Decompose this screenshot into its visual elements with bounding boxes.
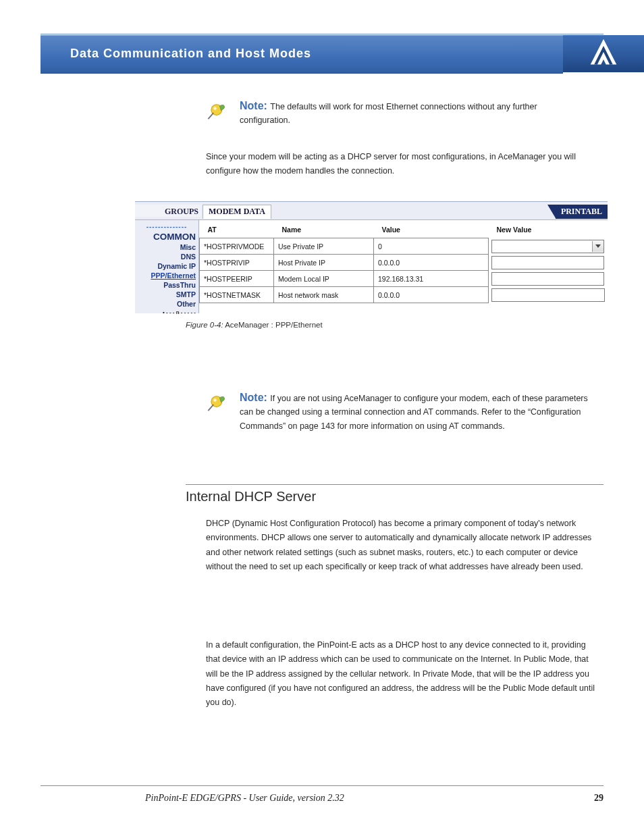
sidebar-item-other[interactable]: Other <box>135 300 198 309</box>
sidebar-item-dns[interactable]: DNS <box>135 253 198 262</box>
figure-label: Figure 0-4: <box>186 321 223 329</box>
new-value-input[interactable] <box>491 288 605 302</box>
table-row: *HOSTNETMASK Host network mask 0.0.0.0 <box>200 287 608 303</box>
col-name: Name <box>274 220 374 238</box>
pushpin-icon <box>206 392 230 416</box>
header-logo-cell <box>563 35 644 72</box>
cell-name: Host network mask <box>274 287 374 303</box>
groups-tab[interactable]: GROUPS <box>165 207 198 216</box>
table-row: *HOSTPEERIP Modem Local IP 192.168.13.31 <box>200 271 608 287</box>
sidebar-item-common[interactable]: COMMON <box>135 232 198 243</box>
sidebar-dash: -------------- <box>136 223 197 230</box>
scr-table: AT Name Value New Value *HOSTPRIVMODE Us… <box>199 220 608 303</box>
scr-tabs: GROUPS MODEM DATA PRINTABL <box>135 205 608 219</box>
header-title: Data Communication and Host Modes <box>41 36 563 61</box>
printable-tab[interactable]: PRINTABL <box>556 205 608 219</box>
sidebar-item-smtp[interactable]: SMTP <box>135 290 198 300</box>
table-row: *HOSTPRIVMODE Use Private IP 0 <box>200 238 608 255</box>
note-1-label: Note: <box>240 100 267 111</box>
header-left: Data Communication and Host Modes <box>41 35 563 74</box>
svg-line-4 <box>208 405 213 411</box>
svg-point-2 <box>213 107 217 110</box>
airlink-logo-icon <box>588 37 619 71</box>
modem-data-tab[interactable]: MODEM DATA <box>203 205 271 219</box>
scr-groups-cell: GROUPS <box>135 205 201 217</box>
cell-at: *HOSTPRIVMODE <box>200 238 274 255</box>
figure-text: AceManager : PPP/Ethernet <box>225 321 322 329</box>
note-2-text: If you are not using AceManager to confi… <box>240 394 588 431</box>
section-rule <box>186 484 603 485</box>
cell-value: 0.0.0.0 <box>374 255 489 271</box>
cell-name: Use Private IP <box>274 238 374 255</box>
cell-name: Host Private IP <box>274 255 374 271</box>
note-1-text: The defaults will work for most Ethernet… <box>240 102 537 125</box>
cell-at: *HOSTNETMASK <box>200 287 274 303</box>
para-1: Since your modem will be acting as a DHC… <box>206 150 595 179</box>
note-2: Note: If you are not using AceManager to… <box>206 392 597 433</box>
new-value-input[interactable] <box>491 256 604 269</box>
sidebar-item-passthru[interactable]: PassThru <box>135 281 198 290</box>
sidebar-item-misc[interactable]: Misc <box>135 243 198 253</box>
para-2: DHCP (Dynamic Host Configuration Protoco… <box>206 517 595 574</box>
cell-name: Modem Local IP <box>274 271 374 287</box>
note-1: Note: The defaults will work for most Et… <box>206 100 584 128</box>
col-value: Value <box>374 220 489 238</box>
page-header: Data Communication and Host Modes <box>41 35 644 72</box>
cell-value: 0 <box>374 238 489 255</box>
page-footer: PinPoint-E EDGE/GPRS - User Guide, versi… <box>41 785 603 804</box>
footer-doc-title: PinPoint-E EDGE/GPRS - User Guide, versi… <box>41 793 344 804</box>
figure-caption: Figure 0-4: AceManager : PPP/Ethernet <box>186 321 323 329</box>
table-row: *HOSTPRIVIP Host Private IP 0.0.0.0 <box>200 255 608 271</box>
svg-line-1 <box>208 113 213 119</box>
col-at: AT <box>200 220 274 238</box>
new-value-input[interactable] <box>491 272 604 286</box>
cell-at: *HOSTPRIVIP <box>200 255 274 271</box>
scr-sidebar: -------------- COMMON Misc DNS Dynamic I… <box>135 220 199 313</box>
para-3: In a default configuration, the PinPoint… <box>206 638 595 710</box>
footer-page-number: 29 <box>594 793 603 804</box>
chevron-down-icon <box>592 241 603 252</box>
sidebar-item-ppp-ethernet[interactable]: PPP/Ethernet <box>135 271 198 281</box>
svg-point-5 <box>213 398 217 402</box>
cell-at: *HOSTPEERIP <box>200 271 274 287</box>
sidebar-item-lowpower-cut: • - - - n - - - - - <box>135 309 198 315</box>
acemanager-screenshot: GROUPS MODEM DATA PRINTABL -------------… <box>135 201 608 313</box>
new-value-dropdown[interactable] <box>491 240 604 253</box>
sidebar-item-dynamic-ip[interactable]: Dynamic IP <box>135 262 198 271</box>
section-heading: Internal DHCP Server <box>186 489 316 504</box>
page-top-rule <box>41 34 603 34</box>
footer-rule <box>41 785 603 786</box>
cell-value: 0.0.0.0 <box>374 287 489 303</box>
note-2-label: Note: <box>240 392 267 403</box>
cell-value: 192.168.13.31 <box>374 271 489 287</box>
pushpin-icon <box>206 100 230 124</box>
scr-main: AT Name Value New Value *HOSTPRIVMODE Us… <box>199 220 608 313</box>
col-newvalue: New Value <box>489 220 608 238</box>
